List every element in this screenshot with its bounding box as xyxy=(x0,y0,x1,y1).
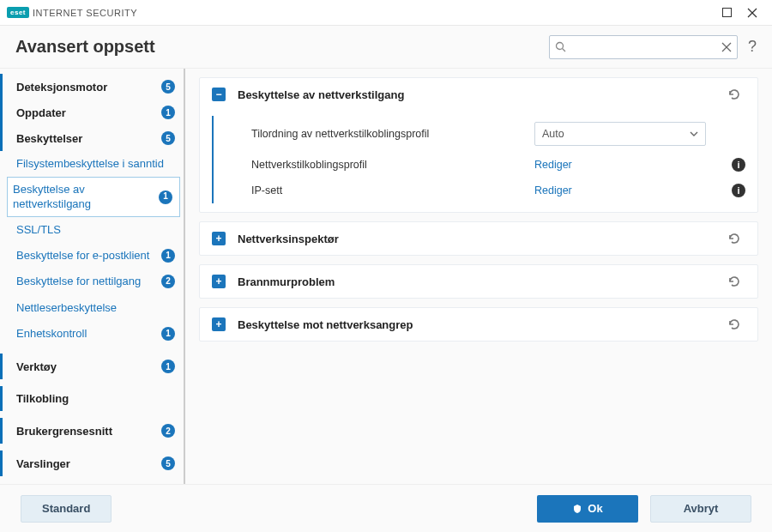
main-area: Deteksjonsmotor 5 Oppdater 1 Beskyttelse… xyxy=(0,69,772,484)
sidebar-item-oppdater[interactable]: Oppdater 1 xyxy=(0,100,185,125)
panel-header[interactable]: + Nettverksinspektør xyxy=(200,222,757,255)
help-button[interactable]: ? xyxy=(748,38,757,56)
sidebar-item-label: SSL/TLS xyxy=(16,223,175,237)
sidebar-badge: 1 xyxy=(159,190,172,204)
close-icon xyxy=(747,8,757,18)
footer: Standard Ok Avbryt xyxy=(0,484,772,532)
reset-button[interactable] xyxy=(723,231,745,246)
sidebar-item-varslinger[interactable]: Varslinger 5 xyxy=(0,450,185,476)
ok-button[interactable]: Ok xyxy=(537,495,638,523)
undo-icon xyxy=(727,87,742,102)
sidebar-badge: 5 xyxy=(161,131,175,145)
panel-title: Beskyttelse mot nettverksangrep xyxy=(238,318,723,331)
sidebar-item-beskyttelser[interactable]: Beskyttelser 5 xyxy=(0,125,185,151)
sidebar-item-brukergrensesnitt[interactable]: Brukergrensesnitt 2 xyxy=(0,418,185,444)
panel-title: Nettverksinspektør xyxy=(238,233,723,245)
panel-header[interactable]: + Beskyttelse mot nettverksangrep xyxy=(200,308,757,341)
sidebar-item-label: Beskyttelse for e-postklient xyxy=(16,249,156,263)
edit-link[interactable]: Rediger xyxy=(534,184,572,196)
panel-nettverksinspektor: + Nettverksinspektør xyxy=(199,221,758,256)
sidebar-item-label: Nettleserbeskyttelse xyxy=(16,301,175,315)
default-button[interactable]: Standard xyxy=(21,495,112,523)
clear-search-button[interactable] xyxy=(721,42,732,52)
sidebar-badge: 2 xyxy=(161,275,175,288)
setting-row-profil-tilordning: Tilordning av nettverkstilkoblingsprofil… xyxy=(212,116,757,152)
panel-nettverkstilgang: − Beskyttelse av nettverkstilgang Tilord… xyxy=(199,77,758,213)
x-icon xyxy=(721,42,732,52)
edit-link[interactable]: Rediger xyxy=(534,159,572,171)
sidebar-item-verktoy[interactable]: Verktøy 1 xyxy=(0,354,185,379)
reset-button[interactable] xyxy=(723,317,745,332)
sidebar-item-deteksjonsmotor[interactable]: Deteksjonsmotor 5 xyxy=(0,74,185,100)
panel-brannmurproblem: + Brannmurproblem xyxy=(199,264,758,299)
search-icon xyxy=(555,41,566,52)
undo-icon xyxy=(727,231,742,246)
sidebar-badge: 1 xyxy=(161,360,175,373)
sidebar-badge: 1 xyxy=(161,327,175,341)
setting-label: IP-sett xyxy=(251,184,534,196)
setting-label: Nettverkstilkoblingsprofil xyxy=(251,159,534,171)
sidebar-item-label: Deteksjonsmotor xyxy=(16,81,156,94)
shield-icon xyxy=(572,504,582,514)
panel-header[interactable]: − Beskyttelse av nettverkstilgang xyxy=(200,78,757,111)
page-header: Avansert oppsett ? xyxy=(0,26,772,69)
sidebar-badge: 1 xyxy=(161,249,175,263)
chevron-down-icon xyxy=(690,131,698,136)
logo-badge: eset xyxy=(7,7,29,18)
sidebar-badge: 5 xyxy=(161,456,175,470)
search-input-wrapper[interactable] xyxy=(549,35,738,59)
expand-icon: + xyxy=(212,317,226,331)
undo-icon xyxy=(727,317,742,332)
setting-row-ip-sett: IP-sett Rediger i xyxy=(212,178,757,203)
sidebar-item-label: Enhetskontroll xyxy=(16,327,156,341)
panel-nettverksangrep: + Beskyttelse mot nettverksangrep xyxy=(199,307,758,342)
sidebar-badge: 2 xyxy=(161,424,175,438)
panel-title: Beskyttelse av nettverkstilgang xyxy=(238,88,723,101)
info-button[interactable]: i xyxy=(732,184,745,197)
logo-text: INTERNET SECURITY xyxy=(33,8,137,18)
panel-title: Brannmurproblem xyxy=(238,275,723,288)
sidebar-item-nettverkstilgang[interactable]: Beskyttelse av nettverkstilgang 1 xyxy=(7,177,180,217)
sidebar-item-epostklient[interactable]: Beskyttelse for e-postklient 1 xyxy=(0,243,185,269)
ok-button-label: Ok xyxy=(588,502,602,515)
sidebar-divider xyxy=(184,69,185,484)
svg-line-4 xyxy=(562,49,565,52)
dropdown-value: Auto xyxy=(542,128,564,140)
sidebar-item-enhetskontroll[interactable]: Enhetskontroll 1 xyxy=(0,321,185,347)
reset-button[interactable] xyxy=(723,87,745,102)
collapse-icon: − xyxy=(212,88,226,101)
sidebar-badge: 5 xyxy=(161,80,175,94)
sidebar-item-label: Tilkobling xyxy=(16,392,175,405)
reset-button[interactable] xyxy=(723,274,745,289)
app-logo: eset INTERNET SECURITY xyxy=(7,7,137,18)
svg-rect-0 xyxy=(722,9,731,17)
cancel-button[interactable]: Avbryt xyxy=(650,495,751,523)
svg-point-3 xyxy=(556,43,563,50)
sidebar-item-nettilgang[interactable]: Beskyttelse for nettilgang 2 xyxy=(0,269,185,294)
info-button[interactable]: i xyxy=(732,158,745,172)
title-bar: eset INTERNET SECURITY xyxy=(0,0,772,26)
sidebar-item-label: Brukergrensesnitt xyxy=(16,425,156,438)
page-title: Avansert oppsett xyxy=(15,37,549,57)
sidebar-item-label: Beskyttelse for nettilgang xyxy=(16,275,156,288)
content-area: − Beskyttelse av nettverkstilgang Tilord… xyxy=(185,69,772,484)
square-icon xyxy=(722,8,732,17)
sidebar-item-label: Verktøy xyxy=(16,360,156,373)
maximize-button[interactable] xyxy=(714,2,739,24)
close-button[interactable] xyxy=(739,2,765,24)
sidebar-item-label: Filsystembeskyttelse i sanntid xyxy=(16,157,175,171)
expand-icon: + xyxy=(212,232,226,245)
sidebar-item-nettleserbeskyttelse[interactable]: Nettleserbeskyttelse xyxy=(0,295,185,321)
sidebar-item-filsystembeskyttelse[interactable]: Filsystembeskyttelse i sanntid xyxy=(0,151,185,177)
search-input[interactable] xyxy=(550,36,737,58)
sidebar-item-label: Oppdater xyxy=(16,106,156,119)
profile-dropdown[interactable]: Auto xyxy=(534,122,706,146)
sidebar-item-label: Beskyttelse av nettverkstilgang xyxy=(13,183,154,211)
panel-body: Tilordning av nettverkstilkoblingsprofil… xyxy=(200,111,757,212)
sidebar-item-ssl-tls[interactable]: SSL/TLS xyxy=(0,217,185,243)
setting-label: Tilordning av nettverkstilkoblingsprofil xyxy=(251,128,534,140)
sidebar: Deteksjonsmotor 5 Oppdater 1 Beskyttelse… xyxy=(0,69,185,484)
sidebar-item-label: Varslinger xyxy=(16,457,156,470)
panel-header[interactable]: + Brannmurproblem xyxy=(200,265,757,298)
sidebar-item-tilkobling[interactable]: Tilkobling xyxy=(0,386,185,411)
